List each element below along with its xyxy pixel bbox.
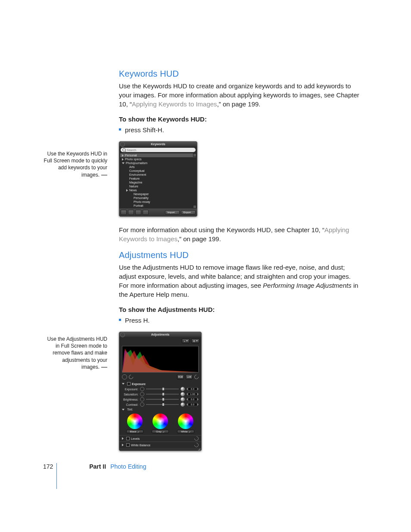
tint-panel-head[interactable]: Tint: xyxy=(119,407,201,412)
eyedropper-icon[interactable] xyxy=(140,387,144,391)
keyword-row[interactable]: Newspaper xyxy=(120,192,196,196)
keyword-row[interactable]: News xyxy=(120,188,196,192)
value-stepper[interactable]: 0.0 xyxy=(187,403,199,406)
slider-track[interactable] xyxy=(146,404,179,405)
slider-row: Exposure:0.0 xyxy=(119,386,201,392)
adjustments-hud-caption: Use the Adjustments HUD in Full Screen m… xyxy=(43,336,107,370)
reset-slider-icon[interactable] xyxy=(181,392,185,396)
keyword-row[interactable]: Arts xyxy=(120,165,196,169)
keyword-label: News xyxy=(129,189,137,192)
eyedropper-icon xyxy=(162,431,165,433)
undo-icon[interactable] xyxy=(128,374,134,380)
page-footer: 172 Part IIPhoto Editing xyxy=(43,463,146,470)
keyword-row[interactable]: Environment xyxy=(120,173,196,177)
panel-label: Levels xyxy=(131,437,140,440)
slider-row: Brightness:0.0 xyxy=(119,397,201,402)
chevron-down-icon xyxy=(122,162,125,164)
collapsed-panel[interactable]: Levels xyxy=(119,435,201,442)
keyword-row[interactable]: Nature xyxy=(120,184,196,188)
keyword-label: Conceptual xyxy=(129,169,144,172)
search-field[interactable]: Search xyxy=(121,148,196,152)
keyword-row[interactable]: Personality xyxy=(120,196,196,200)
keyword-row[interactable]: Conceptual xyxy=(120,169,196,173)
tint-wheel-gray[interactable] xyxy=(153,414,168,429)
keyword-label: Magazine xyxy=(129,181,142,184)
panel-label: White Balance xyxy=(131,444,150,447)
keyword-label: Photo specs xyxy=(125,158,142,161)
keywords-toshow: To show the Keywords HUD: xyxy=(119,115,360,123)
keywords-bullet: press Shift-H. xyxy=(119,125,360,134)
hud-titlebar: Keywords xyxy=(119,142,197,146)
keyword-row[interactable]: Photo essay xyxy=(120,200,196,204)
slider-label: Brightness: xyxy=(122,398,138,401)
value-stepper[interactable]: 0.0 xyxy=(187,387,199,391)
adjustments-bullet: Press H. xyxy=(119,316,360,325)
reset-slider-icon[interactable] xyxy=(181,402,185,407)
adjustments-intro: Use the Adjustments HUD to remove image … xyxy=(119,263,360,299)
reset-icon[interactable] xyxy=(193,374,199,380)
slider-label: Contrast: xyxy=(122,403,138,406)
wheel-label-button[interactable]: Gray xyxy=(152,430,169,433)
eyedropper-icon[interactable] xyxy=(140,402,144,407)
keyword-label: Photo essay xyxy=(134,200,150,203)
link-applying-keywords[interactable]: Applying Keywords to Images xyxy=(132,100,217,108)
keywords-hud-screenshot: Keywords Search PersonalPhoto specsPhoto… xyxy=(119,141,197,217)
value-stepper[interactable]: 0.0 xyxy=(187,398,199,401)
add-button[interactable] xyxy=(128,210,134,215)
close-icon[interactable] xyxy=(120,142,125,147)
resize-grip-icon[interactable] xyxy=(198,448,200,451)
lock-button[interactable] xyxy=(121,210,127,215)
wheel-label-button[interactable]: Black xyxy=(126,430,143,433)
chevron-right-icon xyxy=(126,189,128,192)
tint-wheel-black[interactable] xyxy=(127,414,143,429)
reset-icon[interactable] xyxy=(193,442,199,448)
remove-button[interactable] xyxy=(143,210,149,215)
value-stepper[interactable]: 1.00 xyxy=(187,392,199,396)
tint-wheel-white[interactable] xyxy=(178,414,193,429)
rgb-button[interactable]: RGB xyxy=(177,374,184,380)
keyword-row[interactable]: Photojournalism xyxy=(120,161,196,165)
add-adjustment-menu[interactable]: + xyxy=(182,339,190,343)
keyword-row[interactable]: Portrait xyxy=(120,204,196,208)
slider-track[interactable] xyxy=(146,389,179,389)
export-button[interactable]: Export... xyxy=(181,210,196,215)
eyedropper-icon xyxy=(188,431,190,433)
reset-icon[interactable] xyxy=(193,436,199,442)
eyedropper-icon[interactable] xyxy=(140,392,144,396)
histogram xyxy=(122,346,199,373)
search-icon xyxy=(122,148,126,152)
keyword-row[interactable]: Feature xyxy=(120,177,196,180)
keyword-label: Photojournalism xyxy=(126,162,147,165)
collapsed-panel[interactable]: White Balance xyxy=(119,442,201,448)
keywords-heading: Keywords HUD xyxy=(119,69,360,79)
wheel-label-button[interactable]: White xyxy=(177,430,194,433)
action-menu[interactable]: ⚙ xyxy=(191,339,199,343)
lab-button[interactable]: LAB xyxy=(186,374,193,380)
loupe-icon[interactable] xyxy=(122,374,127,380)
keywords-after: For more information about using the Key… xyxy=(119,225,360,243)
keyword-row[interactable]: Photo specs xyxy=(120,157,196,161)
slider-track[interactable] xyxy=(146,399,179,400)
keyword-row[interactable]: Personal xyxy=(120,153,196,157)
checkbox[interactable] xyxy=(126,437,130,440)
keyword-label: Personality xyxy=(134,196,149,199)
close-icon[interactable] xyxy=(120,333,125,337)
keyword-row[interactable]: Magazine xyxy=(120,180,196,184)
import-button[interactable]: Import... xyxy=(165,210,180,215)
adjustments-toshow: To show the Adjustments HUD: xyxy=(119,306,360,313)
add-child-button[interactable] xyxy=(135,210,141,215)
reset-slider-icon[interactable] xyxy=(181,397,185,401)
eyedropper-icon[interactable] xyxy=(140,397,144,401)
keyword-label: Newspaper xyxy=(134,193,149,196)
checkbox[interactable] xyxy=(127,382,131,386)
checkbox[interactable] xyxy=(126,443,130,447)
keyword-label: Personal xyxy=(125,154,137,157)
keywords-hud-caption: Use the Keywords HUD in Full Screen mode… xyxy=(43,150,107,178)
keyword-label: Environment xyxy=(129,173,146,176)
exposure-panel-head[interactable]: Exposure xyxy=(119,381,201,386)
keyword-label: Portrait xyxy=(134,204,143,207)
slider-label: Exposure: xyxy=(122,388,138,391)
chevron-down-icon xyxy=(122,409,125,411)
reset-slider-icon[interactable] xyxy=(181,387,185,391)
slider-track[interactable] xyxy=(146,394,179,395)
